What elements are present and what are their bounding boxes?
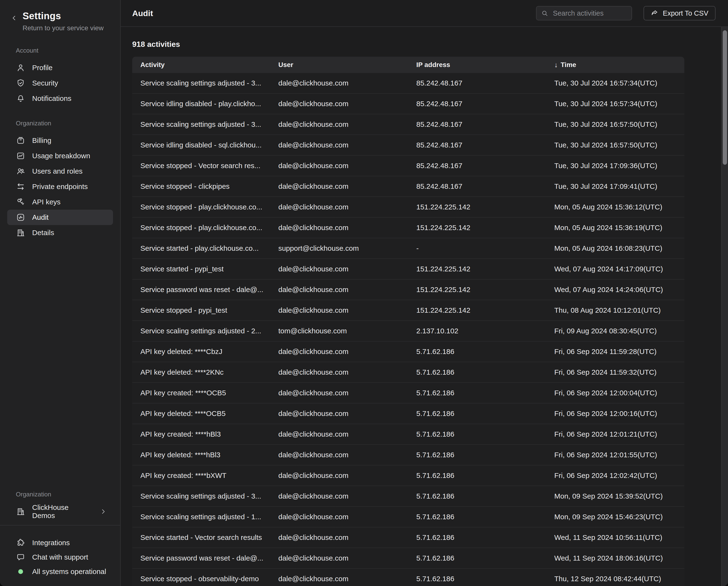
puzzle-icon: [16, 538, 25, 547]
user-cell: dale@clickhouse.com: [270, 430, 408, 438]
sidebar-item-label: Profile: [32, 64, 53, 72]
search-input[interactable]: [552, 9, 627, 18]
sidebar-item-audit[interactable]: Audit: [7, 210, 113, 225]
sidebar-item-label: Usage breakdown: [32, 152, 90, 160]
ip-cell: 85.242.48.167: [408, 120, 546, 128]
table-row: Service started - Vector search resultsd…: [132, 528, 684, 548]
building-icon: [16, 507, 25, 516]
sidebar-item-users-and-roles[interactable]: Users and roles: [7, 164, 113, 179]
activity-cell: Service stopped - pypi_test: [132, 306, 270, 314]
wallet-icon: [16, 136, 25, 145]
sidebar-item-usage-breakdown[interactable]: Usage breakdown: [7, 148, 113, 164]
table-row: Service stopped - play.clickhouse.co...d…: [132, 197, 684, 218]
chevron-left-icon: [10, 15, 18, 22]
activity-cell: Service scaling settings adjusted - 3...: [132, 79, 270, 87]
activity-cell: API key deleted: ****hBl3: [132, 451, 270, 459]
table-row: Service stopped - Vector search res...da…: [132, 156, 684, 176]
activity-cell: Service scaling settings adjusted - 3...: [132, 120, 270, 128]
back-button[interactable]: [10, 15, 18, 22]
table-row: Service scaling settings adjusted - 3...…: [132, 486, 684, 507]
sidebar: Settings Return to your service view Acc…: [0, 0, 121, 586]
sidebar-item-profile[interactable]: Profile: [7, 60, 113, 75]
column-header-activity[interactable]: Activity: [132, 61, 270, 69]
user-cell: dale@clickhouse.com: [270, 162, 408, 170]
sidebar-item-details[interactable]: Details: [7, 225, 113, 240]
footer-item-chat-with-support[interactable]: Chat with support: [0, 550, 120, 564]
scrollbar-thumb[interactable]: [723, 30, 727, 165]
org-name: ClickHouse Demos: [32, 504, 93, 520]
audit-content: 918 activities ActivityUserIP address↓Ti…: [121, 27, 728, 586]
time-cell: Mon, 05 Aug 2024 16:08:23(UTC): [546, 244, 684, 252]
time-cell: Fri, 06 Sep 2024 12:01:55(UTC): [546, 451, 684, 459]
sidebar-item-billing[interactable]: Billing: [7, 133, 113, 148]
time-cell: Mon, 05 Aug 2024 15:36:12(UTC): [546, 203, 684, 211]
settings-window: Settings Return to your service view Acc…: [0, 0, 728, 586]
settings-subtitle[interactable]: Return to your service view: [23, 24, 104, 32]
time-cell: Wed, 07 Aug 2024 14:24:06(UTC): [546, 286, 684, 294]
sidebar-item-security[interactable]: Security: [7, 75, 113, 91]
activity-cell: Service stopped - play.clickhouse.co...: [132, 224, 270, 232]
sidebar-item-api-keys[interactable]: API keys: [7, 194, 113, 210]
time-cell: Wed, 11 Sep 2024 18:06:16(UTC): [546, 554, 684, 562]
export-icon: [651, 9, 658, 17]
footer-item-integrations[interactable]: Integrations: [0, 536, 120, 550]
chevron-right-icon: [100, 508, 107, 515]
bell-icon: [16, 94, 25, 103]
scrollbar-track[interactable]: [721, 27, 728, 586]
org-switcher[interactable]: ClickHouse Demos: [0, 504, 120, 519]
status-dot: [16, 567, 25, 577]
time-cell: Tue, 30 Jul 2024 16:57:34(UTC): [546, 79, 684, 87]
user-cell: dale@clickhouse.com: [270, 451, 408, 459]
chat-icon: [16, 553, 25, 562]
column-header-user[interactable]: User: [270, 61, 408, 69]
activity-cell: API key created: ****bXWT: [132, 471, 270, 480]
time-cell: Thu, 08 Aug 2024 10:12:01(UTC): [546, 306, 684, 314]
time-cell: Fri, 06 Sep 2024 12:01:21(UTC): [546, 430, 684, 438]
activity-cell: API key deleted: ****OCB5: [132, 410, 270, 418]
table-header: ActivityUserIP address↓Time: [132, 57, 684, 73]
ip-cell: 5.71.62.186: [408, 430, 546, 438]
ip-cell: 5.71.62.186: [408, 471, 546, 480]
activity-cell: API key deleted: ****2KNc: [132, 368, 270, 376]
column-header-label: User: [278, 61, 293, 69]
export-csv-button[interactable]: Export To CSV: [644, 6, 716, 20]
section-label: Account: [0, 47, 120, 54]
sidebar-header: Settings Return to your service view: [0, 0, 120, 32]
sidebar-item-notifications[interactable]: Notifications: [7, 91, 113, 106]
column-header-ip-address[interactable]: IP address: [408, 61, 546, 69]
ip-cell: 85.242.48.167: [408, 182, 546, 191]
user-cell: dale@clickhouse.com: [270, 368, 408, 376]
sidebar-footer: IntegrationsChat with supportAll systems…: [0, 526, 120, 586]
ip-cell: 85.242.48.167: [408, 79, 546, 87]
sidebar-bottom: Organization ClickHouse Demos Integratio…: [0, 491, 120, 586]
activity-cell: Service stopped - clickpipes: [132, 182, 270, 191]
footer-item-label: All systems operational: [32, 567, 106, 576]
time-cell: Tue, 30 Jul 2024 17:09:41(UTC): [546, 182, 684, 191]
time-cell: Tue, 30 Jul 2024 16:57:50(UTC): [546, 120, 684, 128]
column-header-time[interactable]: ↓Time: [546, 61, 684, 69]
activity-cell: Service password was reset - dale@...: [132, 286, 270, 294]
key-icon: [16, 197, 25, 207]
user-cell: dale@clickhouse.com: [270, 224, 408, 232]
activity-cell: Service idling disabled - sql.clickhou..…: [132, 141, 270, 149]
table-row: Service password was reset - dale@...dal…: [132, 548, 684, 569]
chart-icon: [16, 151, 25, 161]
table-row: API key created: ****bXWTdale@clickhouse…: [132, 465, 684, 486]
table-row: Service scaling settings adjusted - 3...…: [132, 114, 684, 135]
ip-cell: 5.71.62.186: [408, 492, 546, 500]
footer-item-label: Chat with support: [32, 553, 88, 561]
footer-item-label: Integrations: [32, 539, 70, 547]
user-cell: dale@clickhouse.com: [270, 286, 408, 294]
sidebar-item-label: Security: [32, 79, 58, 87]
search-icon: [541, 9, 548, 17]
sidebar-item-private-endpoints[interactable]: Private endpoints: [7, 179, 113, 194]
time-cell: Wed, 07 Aug 2024 14:17:09(UTC): [546, 265, 684, 273]
topbar: Audit Export To CSV: [121, 0, 728, 27]
ip-cell: 151.224.225.142: [408, 306, 546, 314]
footer-item-all-systems-operational[interactable]: All systems operational: [0, 564, 120, 579]
activity-cell: Service scaling settings adjusted - 3...: [132, 492, 270, 500]
ip-cell: 85.242.48.167: [408, 100, 546, 108]
search-box[interactable]: [536, 6, 632, 20]
ip-cell: 5.71.62.186: [408, 533, 546, 542]
sidebar-item-label: Notifications: [32, 94, 71, 102]
